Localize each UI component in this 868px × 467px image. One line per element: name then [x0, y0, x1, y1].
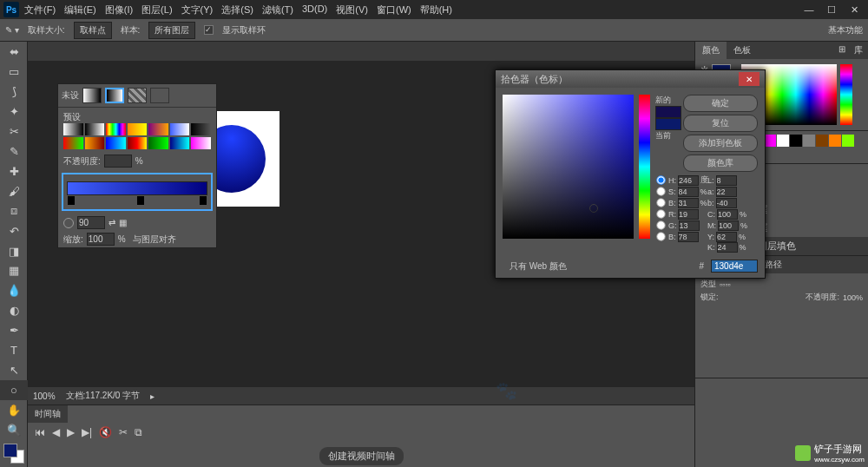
- gradient-presets[interactable]: [63, 123, 211, 149]
- h-input[interactable]: [678, 175, 699, 186]
- s-input[interactable]: [678, 187, 699, 197]
- swatch[interactable]: [777, 135, 789, 147]
- gradient-preset[interactable]: [148, 137, 168, 149]
- path-tool[interactable]: ↖: [0, 360, 28, 380]
- sample-size-dropdown[interactable]: 取样点: [74, 22, 112, 39]
- menu-item[interactable]: 3D(D): [302, 3, 327, 16]
- heal-tool[interactable]: ✚: [0, 161, 28, 181]
- play-button[interactable]: ▶: [67, 426, 75, 438]
- gradient-stop[interactable]: [68, 196, 75, 205]
- menu-item[interactable]: 文字(Y): [181, 3, 214, 16]
- gradient-stop[interactable]: [200, 196, 207, 205]
- hand-tool[interactable]: ✋: [0, 400, 28, 420]
- color-field[interactable]: [503, 95, 634, 239]
- l-input[interactable]: [716, 175, 737, 186]
- gradient-type-pattern[interactable]: [128, 88, 147, 103]
- gradient-type-none[interactable]: [150, 88, 169, 103]
- gradient-bar-editor[interactable]: [62, 173, 213, 211]
- lab-b-input[interactable]: [716, 198, 737, 208]
- minimize-button[interactable]: —: [799, 3, 819, 16]
- menu-item[interactable]: 图像(I): [105, 3, 133, 16]
- color-lib-button[interactable]: 颜色库: [683, 155, 758, 172]
- gradient-tab[interactable]: 未设: [62, 89, 79, 102]
- sample-dropdown[interactable]: 所有图层: [148, 22, 195, 39]
- angle-dial-icon[interactable]: [63, 218, 74, 228]
- lasso-tool[interactable]: ⟆: [0, 82, 28, 102]
- menu-item[interactable]: 窗口(W): [377, 3, 411, 16]
- dialog-close-button[interactable]: ✕: [739, 72, 760, 86]
- swatch[interactable]: [816, 135, 828, 147]
- lib-tab[interactable]: 库: [849, 42, 868, 59]
- shape-tool[interactable]: ○: [0, 380, 28, 400]
- transition-button[interactable]: ⧉: [135, 426, 142, 438]
- gradient-preset[interactable]: [170, 123, 190, 135]
- cancel-button[interactable]: 复位: [683, 115, 758, 132]
- go-start-button[interactable]: ⏮: [35, 426, 45, 438]
- menu-item[interactable]: 图层(L): [141, 3, 172, 16]
- swatch[interactable]: [829, 135, 841, 147]
- ok-button[interactable]: 确定: [683, 95, 758, 112]
- scale-input[interactable]: [87, 233, 115, 246]
- blur-tool[interactable]: 💧: [0, 280, 28, 300]
- menu-item[interactable]: 滤镜(T): [262, 3, 293, 16]
- a-input[interactable]: [716, 187, 737, 197]
- hue-slider[interactable]: [639, 95, 650, 239]
- k-input[interactable]: [717, 242, 738, 253]
- add-swatch-button[interactable]: 添加到色板: [683, 135, 758, 152]
- marquee-tool[interactable]: ▭: [0, 62, 28, 82]
- menu-item[interactable]: 文件(F): [24, 3, 56, 16]
- reverse-icon[interactable]: ⇄: [108, 218, 115, 227]
- move-tool[interactable]: ⬌: [0, 42, 28, 62]
- m-input[interactable]: [718, 220, 739, 231]
- angle-input[interactable]: [77, 216, 105, 229]
- wand-tool[interactable]: ✦: [0, 102, 28, 122]
- bv-radio[interactable]: [656, 232, 665, 240]
- gradient-preset[interactable]: [128, 137, 148, 149]
- b-radio[interactable]: [656, 198, 665, 207]
- y-input[interactable]: [716, 232, 737, 242]
- eraser-tool[interactable]: ◨: [0, 241, 28, 261]
- brush-tool[interactable]: 🖌: [0, 181, 28, 201]
- menu-item[interactable]: 编辑(E): [64, 3, 96, 16]
- b-input[interactable]: [678, 198, 699, 208]
- type-tool[interactable]: T: [0, 340, 28, 360]
- mute-button[interactable]: 🔇: [99, 426, 112, 438]
- workspace-label[interactable]: 基本功能: [828, 24, 863, 36]
- swatch[interactable]: [790, 135, 802, 147]
- gradient-preset[interactable]: [170, 137, 190, 149]
- show-ring-checkbox[interactable]: [204, 25, 214, 35]
- zoom-level[interactable]: 100%: [33, 391, 56, 401]
- gradient-preset[interactable]: [191, 137, 211, 149]
- c-input[interactable]: [717, 209, 738, 220]
- menu-item[interactable]: 视图(V): [336, 3, 368, 16]
- h-radio[interactable]: [656, 175, 665, 184]
- swatches-tab[interactable]: 色板: [727, 42, 758, 59]
- g-radio[interactable]: [656, 220, 665, 229]
- gradient-type-linear[interactable]: [82, 88, 102, 103]
- maximize-button[interactable]: ☐: [821, 3, 842, 16]
- pen-tool[interactable]: ✒: [0, 320, 28, 340]
- hex-input[interactable]: [711, 260, 758, 273]
- menu-item[interactable]: 选择(S): [221, 3, 253, 16]
- crop-tool[interactable]: ✂: [0, 122, 28, 141]
- r-radio[interactable]: [656, 209, 665, 218]
- r-input[interactable]: [678, 209, 699, 220]
- gradient-preset[interactable]: [63, 123, 83, 135]
- gradient-preset[interactable]: [106, 123, 126, 135]
- eyedropper-tool[interactable]: ✎: [0, 141, 28, 161]
- gradient-preset[interactable]: [148, 123, 168, 135]
- dither-icon[interactable]: ▦: [119, 218, 127, 227]
- create-timeline-button[interactable]: 创建视频时间轴: [319, 447, 404, 465]
- opacity-input[interactable]: [104, 155, 132, 168]
- close-button[interactable]: ✕: [844, 3, 865, 16]
- stamp-tool[interactable]: ⧈: [0, 201, 28, 221]
- swatch[interactable]: [764, 135, 776, 147]
- gradient-preset[interactable]: [191, 123, 211, 135]
- gradient-type-radial[interactable]: [105, 88, 124, 103]
- swatch[interactable]: [803, 135, 815, 147]
- bv-input[interactable]: [678, 232, 699, 242]
- gradient-stop[interactable]: [137, 196, 144, 205]
- cut-button[interactable]: ✂: [119, 426, 128, 438]
- gradient-preset[interactable]: [63, 137, 83, 149]
- zoom-tool[interactable]: 🔍: [0, 420, 28, 440]
